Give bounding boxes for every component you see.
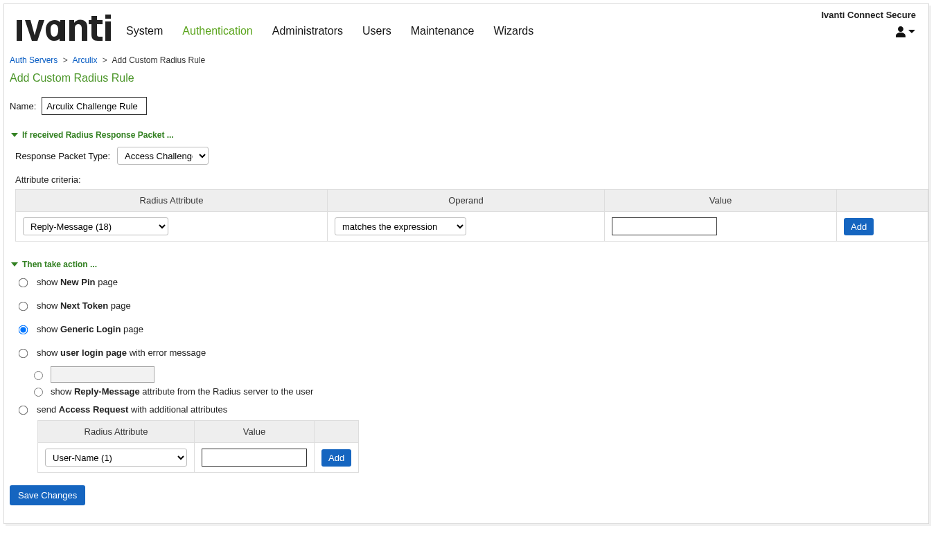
col-header-operand: Operand [328, 190, 605, 212]
breadcrumb-sep: > [63, 55, 68, 65]
radio-new-pin[interactable] [19, 278, 28, 288]
topbar: System Authentication Administrators Use… [4, 4, 928, 51]
section-if-label: If received Radius Response Packet ... [22, 130, 174, 140]
breadcrumb-sep: > [103, 55, 107, 65]
radio-error-reply-message[interactable] [34, 388, 43, 397]
nav-item-system[interactable]: System [126, 25, 163, 37]
name-label: Name: [10, 101, 36, 111]
col-header-action [837, 190, 928, 212]
radio-error-custom-text[interactable] [34, 371, 43, 380]
chevron-down-icon [908, 28, 916, 36]
name-input[interactable] [42, 97, 147, 115]
breadcrumb: Auth Servers > Arculix > Add Custom Radi… [4, 51, 928, 69]
action-next-token-label: show Next Token page [37, 300, 131, 311]
section-then-take-action[interactable]: Then take action ... [11, 260, 923, 269]
page-title: Add Custom Radius Rule [4, 69, 928, 93]
logo-ivanti [14, 8, 126, 48]
action-user-login-error-label: show user login page with error message [37, 347, 206, 358]
inner-attribute-select[interactable]: User-Name (1) [45, 449, 187, 467]
nav-item-wizards[interactable]: Wizards [493, 25, 533, 37]
criteria-value-input[interactable] [612, 217, 717, 235]
action-access-request-label: send Access Request with additional attr… [37, 404, 227, 415]
inner-col-header-action [315, 421, 359, 443]
breadcrumb-current: Add Custom Radius Rule [112, 55, 205, 65]
attribute-criteria-label: Attribute criteria: [15, 174, 923, 185]
nav-item-maintenance[interactable]: Maintenance [411, 25, 475, 37]
error-custom-text-input[interactable] [51, 366, 154, 383]
radio-next-token[interactable] [19, 302, 28, 311]
nav-item-administrators[interactable]: Administrators [272, 25, 343, 37]
additional-attributes-table: Radius Attribute Value User-Name (1) [37, 420, 359, 473]
inner-value-input[interactable] [202, 449, 307, 467]
chevron-down-icon [11, 133, 18, 137]
radio-user-login-error[interactable] [19, 349, 28, 359]
user-icon [895, 26, 906, 37]
radius-attribute-select[interactable]: Reply-Message (18) [23, 217, 168, 235]
section-then-label: Then take action ... [22, 260, 97, 269]
nav-item-users[interactable]: Users [362, 25, 391, 37]
content: Name: If received Radius Response Packet… [4, 97, 928, 523]
radio-generic-login[interactable] [19, 325, 28, 335]
main-nav: System Authentication Administrators Use… [126, 4, 533, 51]
section-if-received[interactable]: If received Radius Response Packet ... [11, 130, 923, 140]
brand-logo-icon [15, 15, 112, 45]
response-type-select[interactable]: Access Challenge [117, 147, 209, 165]
breadcrumb-link-auth-servers[interactable]: Auth Servers [10, 55, 58, 65]
save-changes-button[interactable]: Save Changes [10, 485, 85, 505]
table-row: User-Name (1) Add [38, 443, 359, 473]
action-list: show New Pin page show Next Token page s… [15, 276, 923, 473]
svg-rect-4 [107, 15, 111, 17]
inner-col-header-val: Value [195, 421, 315, 443]
action-new-pin-label: show New Pin page [37, 277, 118, 287]
add-inner-button[interactable]: Add [321, 449, 351, 467]
action-reply-message-label: show Reply-Message attribute from the Ra… [51, 386, 313, 397]
inner-col-header-attr: Radius Attribute [38, 421, 195, 443]
table-row: Reply-Message (18) matches the expressio… [16, 212, 928, 242]
chevron-down-icon [11, 262, 18, 267]
attribute-criteria-table: Radius Attribute Operand Value Reply-Mes… [15, 189, 928, 242]
user-menu[interactable] [895, 26, 916, 37]
breadcrumb-link-arculix[interactable]: Arculix [72, 55, 97, 65]
operand-select[interactable]: matches the expression [335, 217, 466, 235]
col-header-value: Value [605, 190, 837, 212]
response-type-label: Response Packet Type: [15, 151, 110, 161]
svg-rect-1 [105, 21, 111, 41]
svg-rect-0 [17, 20, 22, 41]
col-header-radius-attribute: Radius Attribute [16, 190, 328, 212]
action-generic-login-label: show Generic Login page [37, 324, 143, 334]
radio-access-request[interactable] [19, 406, 28, 415]
nav-item-authentication[interactable]: Authentication [182, 25, 252, 37]
add-criteria-button[interactable]: Add [844, 218, 874, 235]
